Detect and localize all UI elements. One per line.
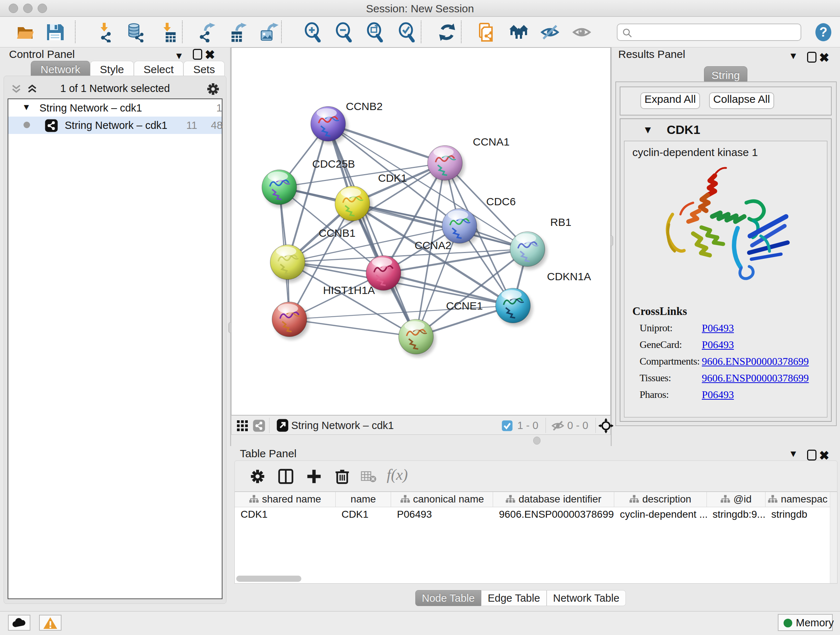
import-network-file-icon[interactable] <box>95 22 115 42</box>
section-collapse-caret[interactable]: ▼ <box>643 124 653 136</box>
tab-sets[interactable]: Sets <box>183 61 225 78</box>
column-header-database-identifier[interactable]: database identifier <box>493 492 614 507</box>
edge-CCNA1-CDC25B[interactable] <box>279 163 445 187</box>
tab-network[interactable]: Network <box>31 61 90 78</box>
crosslink-link[interactable]: P06493 <box>702 322 734 339</box>
node-HIST1H1A[interactable] <box>272 302 309 340</box>
column-header-name[interactable]: name <box>336 492 391 507</box>
zoom-in-icon[interactable] <box>303 22 324 42</box>
table-horizontal-scrollbar[interactable] <box>236 576 302 582</box>
gear-icon[interactable] <box>206 82 220 96</box>
import-table-file-icon[interactable] <box>158 22 178 42</box>
column-header-description[interactable]: description <box>614 492 707 507</box>
results-panel-float-button[interactable] <box>807 52 816 64</box>
cell--id[interactable]: stringdb:9... <box>707 507 766 523</box>
node-label-CDC25B: CDC25B <box>312 158 355 170</box>
show-all-icon[interactable] <box>572 22 592 42</box>
network-tab-body: 1 of 1 Network selected ▼ String Networ <box>4 76 226 604</box>
tab-network-table[interactable]: Network Table <box>546 590 626 606</box>
results-panel-close-button[interactable]: ✖ <box>819 50 829 65</box>
add-column-icon[interactable] <box>306 468 322 485</box>
node-label-CCNA1: CCNA1 <box>473 136 510 148</box>
import-network-database-icon[interactable] <box>126 22 146 42</box>
search-icon <box>622 27 633 38</box>
tree-expand-caret[interactable]: ▼ <box>22 102 31 112</box>
network-collection-row[interactable]: ▼ String Network – cdk1 1 <box>8 99 222 117</box>
hidden-count: 0 - 0 <box>567 420 588 432</box>
table-row[interactable]: CDK1CDK1P064939606.ENSP00000378699cyclin… <box>235 507 830 523</box>
memory-button[interactable]: Memory <box>778 614 833 631</box>
toolbar-separator <box>461 21 462 43</box>
export-table-icon[interactable] <box>228 22 248 42</box>
column-header-namespac[interactable]: namespac <box>766 492 830 507</box>
control-panel-float-button[interactable] <box>193 49 202 61</box>
zoom-selected-icon[interactable] <box>397 22 417 42</box>
birdseye-view-icon[interactable] <box>276 418 289 432</box>
crosslink-label: Compartments: <box>632 356 702 372</box>
control-panel-close-button[interactable]: ✖ <box>205 48 215 62</box>
help-button[interactable]: ? <box>814 23 834 43</box>
copy-style-icon[interactable] <box>477 22 498 42</box>
tab-edge-table[interactable]: Edge Table <box>481 590 546 606</box>
splitter-handle[interactable] <box>533 437 540 445</box>
protein-structure-image <box>659 159 796 282</box>
table-panel-float-button[interactable] <box>807 450 816 462</box>
crosslink-link[interactable]: 9606.ENSP00000378699 <box>702 356 809 372</box>
cell-name[interactable]: CDK1 <box>336 507 391 523</box>
show-columns-icon[interactable] <box>278 468 294 485</box>
node-CDKN1A[interactable] <box>496 288 532 326</box>
cell-namespac[interactable]: stringdb <box>766 507 830 523</box>
table-panel-float-menu[interactable]: ▼ <box>789 448 798 459</box>
zoom-fit-icon[interactable] <box>365 22 386 42</box>
collapse-all-button[interactable]: Collapse All <box>709 92 774 109</box>
section-title: CDK1 <box>667 123 700 137</box>
node-table[interactable]: shared namenamecanonical namedatabase id… <box>234 492 837 584</box>
warnings-button[interactable] <box>39 615 62 631</box>
cell-canonical-name[interactable]: P06493 <box>391 507 493 523</box>
crosslink-label: Tissues: <box>632 372 702 389</box>
node-RB1[interactable] <box>510 232 547 269</box>
table-settings-gear-icon[interactable] <box>249 468 266 485</box>
tab-select[interactable]: Select <box>134 61 183 78</box>
cdk1-section-header[interactable]: ▼ CDK1 <box>621 119 831 141</box>
tab-node-table[interactable]: Node Table <box>415 590 481 606</box>
refresh-view-icon[interactable] <box>437 22 457 42</box>
pan-mode-icon[interactable] <box>598 418 614 433</box>
open-session-icon[interactable] <box>16 22 36 42</box>
statusbar-separator <box>269 418 270 433</box>
export-image-icon[interactable] <box>259 22 279 42</box>
horizontal-splitter[interactable] <box>231 435 840 446</box>
control-panel-float-menu[interactable]: ▼ <box>174 50 184 62</box>
column-header-canonical-name[interactable]: canonical name <box>391 492 493 507</box>
crosslink-link[interactable]: P06493 <box>702 339 734 356</box>
crosslink-link[interactable]: 9606.ENSP00000378699 <box>702 372 809 389</box>
export-network-icon[interactable] <box>197 22 218 42</box>
cell-shared-name[interactable]: CDK1 <box>235 507 336 523</box>
grid-mode-icon[interactable] <box>236 419 249 432</box>
crosslink-link[interactable]: P06493 <box>702 389 734 405</box>
hide-selected-icon[interactable] <box>540 22 561 42</box>
cloud-button[interactable] <box>8 615 30 631</box>
cell-database-identifier[interactable]: 9606.ENSP00000378699 <box>493 507 614 523</box>
network-view-mode-icon[interactable] <box>253 419 265 432</box>
zoom-out-icon[interactable] <box>334 22 355 42</box>
window-title: Session: New Session <box>0 3 840 15</box>
table-vertical-scrollbar[interactable] <box>830 492 837 583</box>
tab-style[interactable]: Style <box>90 61 134 78</box>
home-layout-icon[interactable] <box>508 22 529 42</box>
save-session-icon[interactable] <box>45 22 65 42</box>
network-row-selected[interactable]: String Network – cdk1 11 48 <box>8 117 222 134</box>
node-CDK1[interactable] <box>335 186 372 224</box>
network-canvas[interactable]: CCNB2CCNA1CDC25BCDK1CDC6RB1CCNB1CCNA2CDK… <box>231 48 611 415</box>
column-header--id[interactable]: @id <box>707 492 766 507</box>
column-header-shared-name[interactable]: shared name <box>235 492 336 507</box>
node-CCNA1[interactable] <box>428 146 464 183</box>
search-input[interactable] <box>617 24 801 41</box>
results-panel: Results Panel ▼ ✖ String Expand All Coll… <box>612 48 840 435</box>
expand-all-button[interactable]: Expand All <box>640 92 700 109</box>
delete-column-icon[interactable] <box>334 468 351 485</box>
selected-nodes-checkbox[interactable] <box>501 420 513 432</box>
results-panel-float-menu[interactable]: ▼ <box>789 50 798 62</box>
node-CDC25B[interactable] <box>262 170 299 207</box>
cell-description[interactable]: cyclin-dependent ... <box>614 507 706 523</box>
